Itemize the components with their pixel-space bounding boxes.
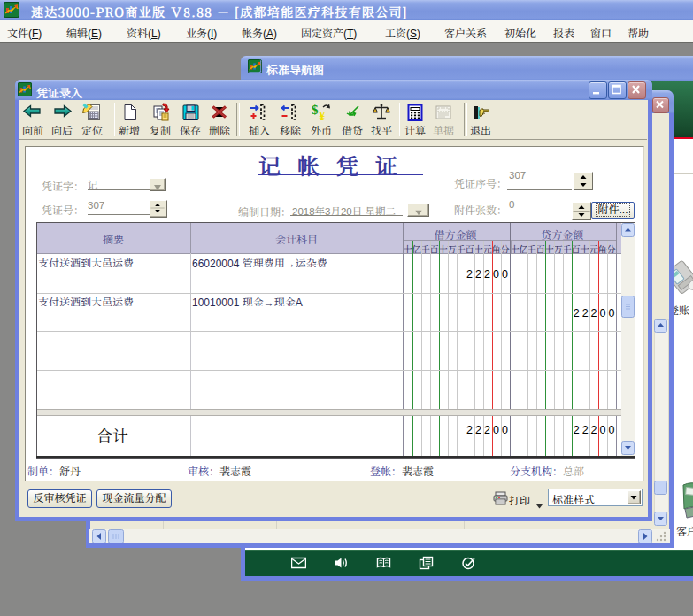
svg-text:$: $ bbox=[312, 103, 319, 117]
svg-text:¥: ¥ bbox=[319, 109, 326, 123]
